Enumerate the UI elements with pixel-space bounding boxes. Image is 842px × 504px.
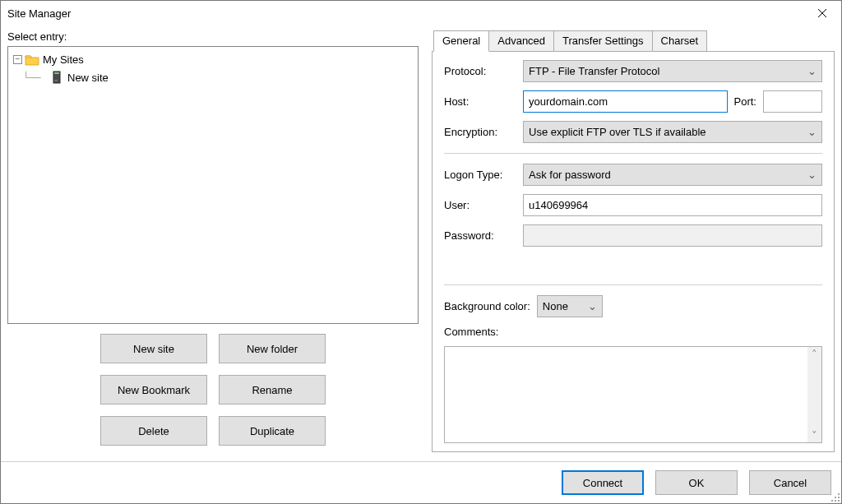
chevron-down-icon: ⌄ bbox=[807, 126, 817, 138]
comments-area: ˄ ˅ bbox=[444, 346, 822, 443]
chevron-down-icon: ⌄ bbox=[807, 169, 817, 181]
duplicate-button[interactable]: Duplicate bbox=[219, 416, 326, 446]
svg-point-8 bbox=[838, 497, 840, 498]
tree-child-label: New site bbox=[67, 72, 109, 84]
tab-general[interactable]: General bbox=[433, 30, 489, 52]
scrollbar[interactable]: ˄ ˅ bbox=[807, 347, 821, 442]
divider bbox=[444, 284, 822, 285]
tree-line: └── bbox=[23, 72, 51, 84]
encryption-value: Use explicit FTP over TLS if available bbox=[529, 126, 706, 138]
delete-button[interactable]: Delete bbox=[100, 416, 207, 446]
scroll-down-icon[interactable]: ˅ bbox=[807, 428, 821, 442]
titlebar: Site Manager bbox=[1, 1, 841, 25]
svg-point-4 bbox=[54, 80, 55, 81]
close-icon bbox=[817, 8, 827, 18]
bgcolor-label: Background color: bbox=[444, 300, 530, 312]
server-icon bbox=[51, 71, 62, 84]
select-entry-label: Select entry: bbox=[7, 30, 419, 43]
port-input[interactable] bbox=[763, 90, 822, 113]
tab-bar: General Advanced Transfer Settings Chars… bbox=[432, 30, 835, 52]
divider bbox=[444, 153, 822, 154]
encryption-label: Encryption: bbox=[444, 126, 518, 138]
bgcolor-value: None bbox=[543, 300, 568, 312]
protocol-select[interactable]: FTP - File Transfer Protocol ⌄ bbox=[523, 60, 822, 82]
new-bookmark-button[interactable]: New Bookmark bbox=[100, 375, 207, 405]
svg-rect-3 bbox=[54, 72, 59, 74]
host-field[interactable] bbox=[529, 91, 722, 112]
svg-point-6 bbox=[838, 493, 840, 495]
tree-child-node[interactable]: └── New site bbox=[13, 68, 413, 86]
comments-textarea[interactable] bbox=[445, 347, 807, 442]
window-title: Site Manager bbox=[7, 7, 803, 20]
tab-charset[interactable]: Charset bbox=[652, 30, 708, 51]
host-port-row: Port: bbox=[523, 90, 822, 113]
port-field[interactable] bbox=[769, 91, 817, 112]
user-label: User: bbox=[444, 199, 518, 211]
chevron-down-icon: ⌄ bbox=[807, 65, 817, 77]
comments-label: Comments: bbox=[444, 326, 822, 338]
tree-root-label: My Sites bbox=[43, 53, 84, 66]
site-buttons: New site New folder New Bookmark Rename … bbox=[7, 334, 419, 446]
logon-type-value: Ask for password bbox=[529, 169, 611, 181]
host-input[interactable] bbox=[523, 90, 728, 113]
cancel-button[interactable]: Cancel bbox=[749, 470, 831, 495]
svg-point-9 bbox=[831, 500, 833, 502]
tree-root-node[interactable]: − My Sites bbox=[13, 50, 413, 68]
general-panel: Protocol: FTP - File Transfer Protocol ⌄… bbox=[432, 52, 835, 452]
bgcolor-row: Background color: None ⌄ bbox=[444, 295, 822, 317]
content-area: Select entry: − My Sites └── bbox=[1, 25, 841, 461]
password-label: Password: bbox=[444, 229, 518, 242]
port-label: Port: bbox=[734, 95, 756, 108]
bgcolor-select[interactable]: None ⌄ bbox=[537, 295, 603, 317]
password-input bbox=[523, 224, 822, 247]
user-field[interactable] bbox=[529, 195, 817, 215]
rename-button[interactable]: Rename bbox=[219, 375, 326, 405]
svg-point-10 bbox=[835, 500, 836, 502]
tree-collapse-toggle[interactable]: − bbox=[13, 55, 22, 64]
right-pane: General Advanced Transfer Settings Chars… bbox=[432, 30, 835, 458]
svg-point-5 bbox=[56, 80, 57, 81]
svg-point-11 bbox=[838, 500, 840, 502]
encryption-select[interactable]: Use explicit FTP over TLS if available ⌄ bbox=[523, 121, 822, 143]
logon-type-select[interactable]: Ask for password ⌄ bbox=[523, 164, 822, 186]
chevron-down-icon: ⌄ bbox=[588, 300, 597, 312]
ok-button[interactable]: OK bbox=[655, 470, 738, 495]
logon-type-label: Logon Type: bbox=[444, 169, 518, 181]
folder-icon bbox=[25, 53, 39, 66]
scroll-up-icon[interactable]: ˄ bbox=[807, 347, 821, 361]
host-label: Host: bbox=[444, 95, 518, 108]
site-tree[interactable]: − My Sites └── bbox=[7, 46, 419, 324]
dialog-footer: Connect OK Cancel bbox=[1, 461, 841, 503]
close-button[interactable] bbox=[803, 1, 841, 25]
tab-transfer-settings[interactable]: Transfer Settings bbox=[553, 30, 653, 51]
tab-advanced[interactable]: Advanced bbox=[488, 30, 554, 51]
svg-point-7 bbox=[835, 497, 836, 498]
protocol-value: FTP - File Transfer Protocol bbox=[529, 65, 659, 77]
password-field bbox=[529, 225, 817, 246]
new-site-button[interactable]: New site bbox=[100, 334, 207, 363]
left-pane: Select entry: − My Sites └── bbox=[7, 30, 419, 458]
connect-button[interactable]: Connect bbox=[562, 470, 644, 495]
protocol-label: Protocol: bbox=[444, 65, 518, 77]
new-folder-button[interactable]: New folder bbox=[219, 334, 326, 363]
resize-grip-icon[interactable] bbox=[829, 491, 840, 502]
user-input[interactable] bbox=[523, 194, 822, 216]
